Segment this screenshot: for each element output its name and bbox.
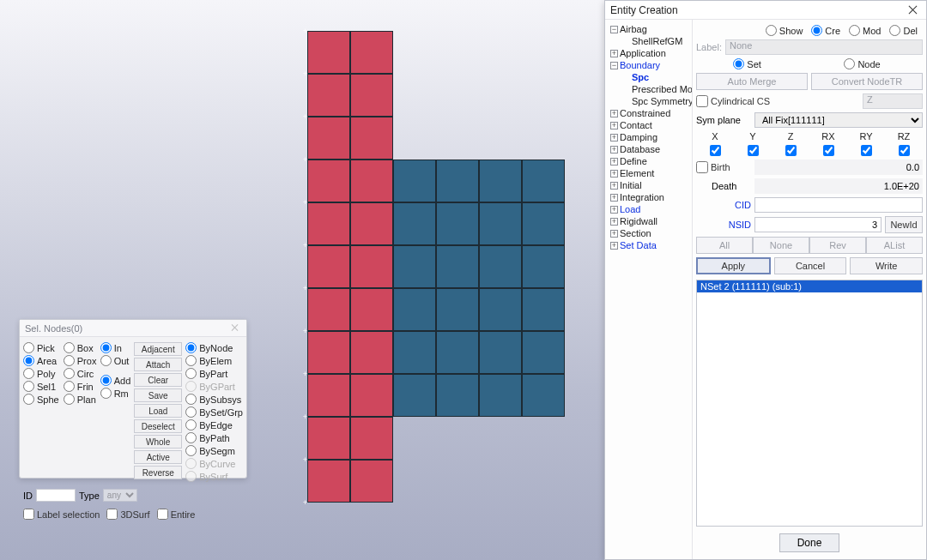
close-icon[interactable] (906, 3, 921, 18)
tree-airbag[interactable]: −Airbag (605, 23, 692, 35)
list-item[interactable]: NSet 2 (111111) (sub:1) (697, 280, 922, 292)
dof-y[interactable] (748, 145, 759, 156)
radio-plan[interactable]: Plan (64, 394, 97, 405)
radio-bysegm[interactable]: BySegm (185, 445, 243, 456)
type-label: Type (79, 491, 100, 501)
load-button[interactable]: Load (134, 404, 182, 418)
tree-constrained[interactable]: +Constrained (605, 107, 692, 119)
adjacent-button[interactable]: Adjacent (134, 342, 182, 356)
checkbox-cylindrical[interactable]: Cylindrical CS (696, 95, 770, 107)
dof-rx[interactable] (823, 145, 834, 156)
radio-mod[interactable]: Mod (849, 25, 881, 36)
clear-button[interactable]: Clear (134, 373, 182, 387)
radio-prox[interactable]: Prox (64, 355, 97, 366)
radio-node[interactable]: Node (844, 58, 880, 69)
radio-rm[interactable]: Rm (100, 388, 131, 399)
tree-section[interactable]: +Section (605, 227, 692, 239)
newid-button[interactable]: NewId (885, 216, 923, 233)
reverse-button[interactable]: Reverse (134, 466, 182, 479)
close-icon[interactable] (229, 322, 241, 334)
dof-z[interactable] (785, 145, 797, 156)
mesh-blue (393, 160, 565, 417)
symplane-select[interactable]: All Fix[111111] (754, 112, 923, 128)
tree-application[interactable]: +Application (605, 47, 692, 59)
active-button[interactable]: Active (134, 450, 182, 464)
tree-spc[interactable]: Spc (605, 71, 692, 83)
radio-box[interactable]: Box (64, 342, 97, 353)
radio-add[interactable]: Add (100, 375, 131, 386)
radio-area[interactable]: Area (23, 355, 60, 366)
entity-creation-title: Entity Creation (610, 4, 678, 16)
write-button[interactable]: Write (850, 257, 923, 274)
radio-bysetgrp[interactable]: BySet/Grp (185, 406, 243, 418)
checkbox-label-selection[interactable]: Label selection (23, 509, 100, 520)
checkbox-3dsurf[interactable]: 3DSurf (106, 509, 149, 520)
tree-initial[interactable]: +Initial (605, 179, 692, 191)
tree-setdata[interactable]: +Set Data (605, 239, 692, 251)
cancel-button[interactable]: Cancel (774, 257, 847, 274)
tree-rigidwall[interactable]: +Rigidwall (605, 215, 692, 227)
radio-sel1[interactable]: Sel1 (23, 381, 60, 392)
label-select: None (725, 39, 923, 55)
radio-bypart[interactable]: ByPart (185, 368, 243, 379)
radio-byelem[interactable]: ByElem (185, 355, 243, 366)
dof-rz[interactable] (899, 145, 910, 156)
dof-ry[interactable] (861, 145, 872, 156)
cid-input[interactable] (754, 197, 923, 213)
entity-list[interactable]: NSet 2 (111111) (sub:1) (696, 280, 923, 527)
radio-bysurf: BySurf (185, 471, 243, 482)
cyl-axis-select: Z (863, 93, 923, 109)
done-button[interactable]: Done (779, 533, 839, 552)
tree-shellrefgm[interactable]: ShellRefGM (605, 35, 692, 47)
whole-button[interactable]: Whole (134, 435, 182, 449)
save-button[interactable]: Save (134, 388, 182, 402)
radio-show[interactable]: Show (766, 25, 803, 36)
dof-header: XYZ RXRYRZ (696, 131, 923, 142)
radio-frin[interactable]: Frin (64, 381, 97, 392)
nsid-input[interactable] (754, 217, 882, 232)
radio-poly[interactable]: Poly (23, 368, 60, 379)
entity-creation-titlebar[interactable]: Entity Creation (605, 1, 926, 20)
dof-x[interactable] (710, 145, 721, 156)
apply-button[interactable]: Apply (696, 257, 771, 274)
radio-byedge[interactable]: ByEdge (185, 419, 243, 431)
radio-out[interactable]: Out (100, 355, 131, 366)
convert-nodetr-button: Convert NodeTR (811, 73, 923, 90)
label-lbl: Label: (696, 42, 722, 52)
symplane-label: Sym plane (696, 115, 751, 125)
cid-label: CID (696, 200, 751, 210)
radio-pick[interactable]: Pick (23, 342, 60, 353)
tree-integration[interactable]: +Integration (605, 191, 692, 203)
checkbox-entire[interactable]: Entire (157, 509, 196, 520)
radio-set[interactable]: Set (733, 58, 761, 69)
tree-load[interactable]: +Load (605, 203, 692, 215)
tree-contact[interactable]: +Contact (605, 119, 692, 131)
birth-input[interactable] (754, 160, 923, 175)
id-input[interactable] (36, 489, 76, 502)
attach-button[interactable]: Attach (134, 358, 182, 371)
tree-element[interactable]: +Element (605, 167, 692, 179)
deselect-button[interactable]: Deselect (134, 419, 182, 433)
death-input[interactable] (754, 178, 923, 194)
checkbox-birth[interactable]: Birth (696, 161, 751, 173)
tree-damping[interactable]: +Damping (605, 131, 692, 143)
radio-bycurve: ByCurve (185, 458, 243, 469)
entity-tree[interactable]: −Airbag ShellRefGM +Application −Boundar… (605, 20, 693, 559)
radio-circ[interactable]: Circ (64, 368, 97, 379)
radio-bynode[interactable]: ByNode (185, 342, 243, 353)
radio-in[interactable]: In (100, 342, 131, 353)
radio-bysubsys[interactable]: BySubsys (185, 394, 243, 405)
tree-define[interactable]: +Define (605, 155, 692, 167)
tree-database[interactable]: +Database (605, 143, 692, 155)
all-button: All (696, 237, 753, 254)
radio-sphe[interactable]: Sphe (23, 394, 60, 405)
radio-bypath[interactable]: ByPath (185, 432, 243, 443)
radio-del[interactable]: Del (889, 25, 918, 36)
sel-nodes-titlebar[interactable]: Sel. Nodes(0) (20, 320, 246, 337)
tree-boundary[interactable]: −Boundary (605, 59, 692, 71)
auto-merge-button: Auto Merge (696, 73, 808, 90)
tree-sym[interactable]: Spc Symmetry Plane (605, 95, 692, 107)
rev-button: Rev (809, 237, 866, 254)
tree-prescribed[interactable]: Prescribed Motion(BPM) (605, 83, 692, 95)
radio-cre[interactable]: Cre (811, 25, 840, 36)
